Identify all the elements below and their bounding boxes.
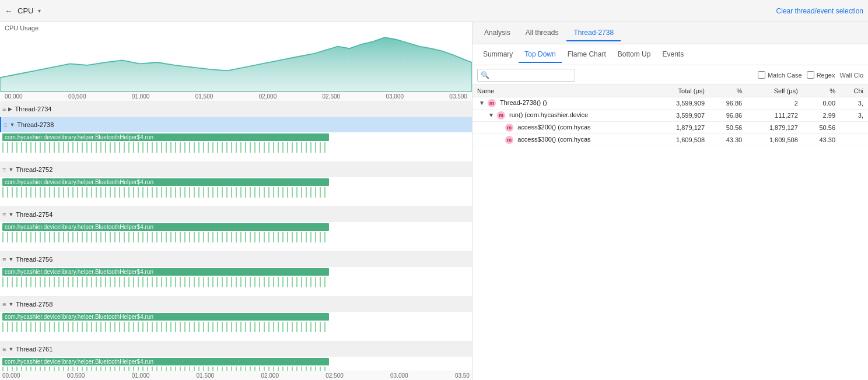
thread-row: ≡ ▼ Thread-2752 com.hycashier.devicelibr… [0,162,472,207]
bar-label: com.hycashier.devicelibrary.helper.Bluet… [2,223,329,231]
method-name: access$200() (com.hycas [517,124,590,131]
cell-self-us: 111,272 [747,110,803,122]
thread-header-2758[interactable]: ≡ ▼ Thread-2758 [0,297,472,312]
sub-tab-bottom-up[interactable]: Bottom Up [612,47,657,63]
thread-header-2734[interactable]: ≡ ▶ Thread-2734 [0,101,472,117]
thread-row: ≡ ▼ Thread-2758 com.hycashier.devicelibr… [0,297,472,342]
data-table: Name Total (µs) % Self (µs) % Chi ▼ [473,85,868,380]
thread-name: Thread-2758 [16,301,52,308]
bar-ticks [2,142,329,153]
tab-all-threads[interactable]: All threads [519,25,566,41]
thread-expand-icon[interactable]: ▼ [8,301,13,307]
time-mark: 00,500 [68,93,86,100]
table-row[interactable]: ▶ m access$300() (com.hycas 1,609,508 43… [473,134,868,146]
thread-menu-icon: ≡ [2,301,6,308]
regex-checkbox[interactable] [807,71,814,79]
thread-name: Thread-2761 [16,346,52,353]
sub-tabs: Summary Top Down Flame Chart Bottom Up E… [473,44,868,65]
time-mark: 03.500 [449,93,467,100]
method-icon: m [497,111,505,119]
thread-menu-icon: ≡ [4,121,7,128]
match-case-checkbox[interactable] [758,71,765,79]
time-mark: 00.500 [67,372,85,379]
cell-chi: 3, [840,110,868,122]
thread-row: ≡ ▼ Thread-2756 com.hycashier.devicelibr… [0,252,472,297]
thread-expand-icon[interactable]: ▼ [8,346,13,352]
bar-ticks [2,322,329,332]
search-input[interactable] [477,69,575,82]
thread-bars-2761: com.hycashier.devicelibrary.helper.Bluet… [0,357,472,371]
tab-thread-2738[interactable]: Thread-2738 [566,25,621,41]
thread-expand-icon[interactable]: ▼ [8,256,13,262]
search-bar: 🔍 Match Case Regex Wall Clo [473,65,868,85]
tab-analysis[interactable]: Analysis [477,25,517,41]
thread-header-2761[interactable]: ≡ ▼ Thread-2761 [0,342,472,357]
method-name: run() (com.hycashier.device [509,111,588,118]
right-panel: Analysis All threads Thread-2738 Summary… [473,22,868,380]
cell-total-us: 1,609,508 [653,134,709,146]
cell-self-pct: 2.99 [803,110,840,122]
thread-list: ≡ ▶ Thread-2734 ≡ ▼ Thread-2738 com.hyca… [0,101,472,371]
table-row[interactable]: ▼ m run() (com.hycashier.device 3,599,90… [473,110,868,122]
method-icon: m [488,99,496,107]
bar-ticks [2,232,329,242]
cell-total-us: 1,879,127 [653,122,709,134]
main-container: CPU Usage 00,000 00,500 01,000 01,500 02… [0,22,868,380]
cpu-usage-chart: CPU Usage [0,22,472,92]
thread-bars-2738: com.hycashier.devicelibrary.helper.Bluet… [0,132,472,161]
time-mark: 02.000 [261,372,279,379]
thread-expand-icon[interactable]: ▼ [8,212,13,217]
col-self-pct: % [803,85,840,97]
regex-label[interactable]: Regex [807,71,835,79]
col-chi: Chi [840,85,868,97]
cell-total-pct: 96.86 [709,110,747,122]
row-name: ▼ m run() (com.hycashier.device [473,110,653,122]
table-row[interactable]: ▶ m access$200() (com.hycas 1,879,127 50… [473,122,868,134]
time-mark: 02,000 [259,93,277,100]
cell-chi [840,122,868,134]
dropdown-arrow-icon[interactable]: ▾ [38,8,41,14]
thread-name: Thread-2756 [16,256,52,263]
clear-selection-link[interactable]: Clear thread/event selection [776,7,863,15]
thread-header-2738[interactable]: ≡ ▼ Thread-2738 [0,117,472,132]
thread-expand-icon[interactable]: ▶ [8,106,12,112]
thread-menu-icon: ≡ [2,346,6,353]
col-name: Name [473,85,653,97]
method-name: access$300() (com.hycas [517,136,590,143]
sub-tab-events[interactable]: Events [656,47,690,63]
table-row[interactable]: ▼ m Thread-2738() () 3,599,909 96.86 2 0… [473,97,868,110]
time-mark: 00.000 [2,372,20,379]
bar-ticks [2,277,329,287]
cell-self-us: 1,879,127 [747,122,803,134]
time-mark: 03.000 [390,372,408,379]
expand-button[interactable]: ▼ [488,112,494,118]
cell-total-pct: 43.30 [709,134,747,146]
thread-expand-icon[interactable]: ▼ [8,167,13,173]
col-total-pct: % [709,85,747,97]
sub-tab-flame-chart[interactable]: Flame Chart [562,47,612,63]
sub-tab-top-down[interactable]: Top Down [519,47,561,63]
method-icon: m [505,124,513,132]
back-button[interactable]: ← [5,6,13,16]
thread-header-2756[interactable]: ≡ ▼ Thread-2756 [0,252,472,267]
analysis-tabs: Analysis All threads Thread-2738 [473,22,868,44]
time-ruler-top: 00,000 00,500 01,000 01,500 02,000 02,50… [0,92,472,101]
cell-chi: 3, [840,97,868,110]
thread-header-2752[interactable]: ≡ ▼ Thread-2752 [0,162,472,177]
sub-tab-summary[interactable]: Summary [477,47,519,63]
thread-menu-icon: ≡ [2,166,6,173]
thread-name: Thread-2738 [17,121,54,128]
time-mark: 02,500 [323,93,341,100]
thread-name: Thread-2754 [16,211,52,218]
row-name: ▼ m Thread-2738() () [473,97,653,110]
thread-expand-icon[interactable]: ▼ [9,122,15,128]
expand-button[interactable]: ▼ [479,100,485,106]
match-case-label[interactable]: Match Case [758,71,802,79]
row-name: ▶ m access$200() (com.hycas [473,122,653,134]
thread-header-2754[interactable]: ≡ ▼ Thread-2754 [0,207,472,222]
col-self-us: Self (µs) [747,85,803,97]
cell-self-pct: 50.56 [803,122,840,134]
thread-menu-icon: ≡ [2,211,6,218]
thread-bars-2752: com.hycashier.devicelibrary.helper.Bluet… [0,177,472,206]
cell-total-pct: 96.86 [709,97,747,110]
